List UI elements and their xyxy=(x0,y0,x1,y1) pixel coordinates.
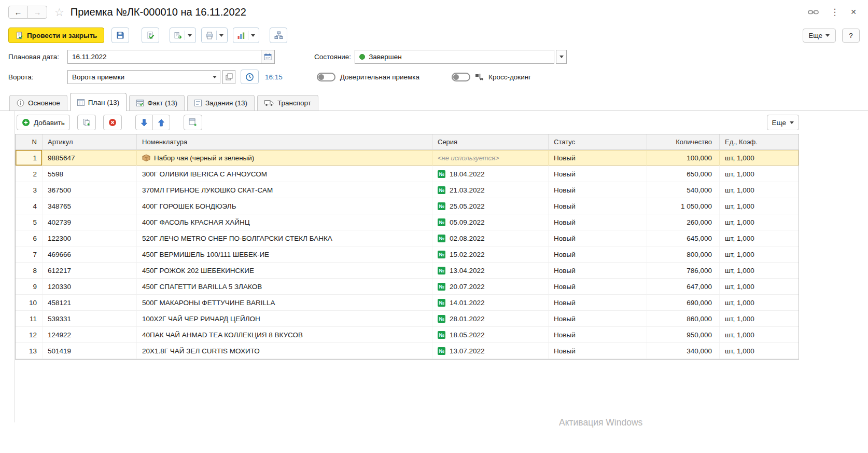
save-button[interactable] xyxy=(111,28,129,43)
column-header-series[interactable]: Серия xyxy=(432,134,549,149)
table-row[interactable]: 9 120330 450Г СПАГЕТТИ BARILLA 5 ЗЛАКОВ … xyxy=(16,279,799,295)
cell-status: Новый xyxy=(549,166,647,182)
calendar-button[interactable] xyxy=(261,50,275,64)
grid-more-button[interactable]: Еще xyxy=(767,115,799,130)
chevron-down-icon xyxy=(188,34,192,37)
time-button[interactable] xyxy=(241,70,259,84)
cell-unit: шт, 1,000 xyxy=(720,279,799,294)
state-field[interactable]: Завершен xyxy=(355,50,554,64)
column-header-article[interactable]: Артикул xyxy=(43,134,137,149)
favorite-star-icon[interactable]: ☆ xyxy=(54,7,64,18)
series-badge-icon: № xyxy=(438,251,445,258)
trusted-acceptance-toggle[interactable] xyxy=(317,73,335,81)
print-button[interactable] xyxy=(201,28,228,43)
table-row[interactable]: 13 501419 20Х1.8Г ЧАЙ ЗЕЛ CURTIS МОХИТО … xyxy=(16,343,799,359)
tab-transport[interactable]: Транспорт xyxy=(257,95,318,111)
command-toolbar: Провести и закрыть xyxy=(0,24,868,47)
cell-status: Новый xyxy=(549,343,647,359)
help-button[interactable]: ? xyxy=(842,29,860,43)
copy-icon xyxy=(82,118,91,127)
cell-quantity: 645,000 xyxy=(647,230,720,246)
table-row[interactable]: 12 124922 40ПАК ЧАЙ AHMAD TEA КОЛЛЕКЦИЯ … xyxy=(16,327,799,343)
cell-nomenclature: 300Г ОЛИВКИ IBERICA С АНЧОУСОМ xyxy=(137,166,432,182)
cell-n: 11 xyxy=(16,311,43,326)
cell-nomenclature: 400Г ФАСОЛЬ КРАСНАЯ ХАЙНЦ xyxy=(137,214,432,230)
column-header-unit[interactable]: Ед., Коэф. xyxy=(720,134,799,149)
planned-date-input[interactable] xyxy=(67,50,261,64)
cell-series: № 14.01.2022 xyxy=(432,295,549,310)
link-icon[interactable] xyxy=(808,9,819,16)
back-button[interactable]: ← xyxy=(8,6,28,19)
cross-docking-toggle[interactable] xyxy=(452,73,470,81)
plan-tab-page: Добавить xyxy=(15,111,868,422)
more-button[interactable]: Еще xyxy=(803,29,836,43)
cell-quantity: 786,000 xyxy=(647,263,720,278)
menu-dots-icon[interactable]: ⋮ xyxy=(830,7,839,18)
forward-button[interactable]: → xyxy=(27,6,47,19)
state-dropdown-button[interactable] xyxy=(556,50,567,64)
cell-status: Новый xyxy=(549,150,647,166)
cell-article: 458121 xyxy=(43,295,137,310)
table-row[interactable]: 6 122300 520Г ЛЕЧО METRO CHEF ПО-БОЛГАРС… xyxy=(16,230,799,246)
cell-status: Новый xyxy=(549,279,647,294)
column-header-status[interactable]: Статус xyxy=(549,134,647,149)
move-up-button[interactable] xyxy=(152,115,170,130)
tab-main[interactable]: Основное xyxy=(9,95,67,111)
cell-n: 7 xyxy=(16,246,43,262)
series-badge-icon: № xyxy=(438,315,445,323)
chevron-down-icon xyxy=(251,34,255,37)
gate-combo[interactable]: Ворота приемки xyxy=(67,70,220,84)
cell-status: Новый xyxy=(549,263,647,278)
cell-unit: шт, 1,000 xyxy=(720,182,799,198)
cell-status: Новый xyxy=(549,214,647,230)
cell-quantity: 950,000 xyxy=(647,327,720,342)
post-document-button[interactable] xyxy=(142,28,159,43)
reports-button[interactable] xyxy=(233,28,259,43)
cell-series: № 18.05.2022 xyxy=(432,327,549,342)
cell-quantity: 260,000 xyxy=(647,214,720,230)
nomenclature-text: Набор чая (черный и зеленый) xyxy=(154,154,254,162)
tab-fact[interactable]: Факт (13) xyxy=(129,95,185,111)
cell-quantity: 340,000 xyxy=(647,343,720,359)
create-based-on-icon xyxy=(174,32,182,39)
cell-nomenclature: Набор чая (черный и зеленый) xyxy=(137,150,432,166)
product-box-icon xyxy=(142,154,150,161)
table-row[interactable]: 1 9885647 Набор чая (черный и зеленый) <… xyxy=(16,150,799,166)
add-row-button[interactable]: Добавить xyxy=(17,115,70,130)
tab-plan[interactable]: План (13) xyxy=(70,93,127,111)
table-row[interactable]: 7 469666 450Г ВЕРМИШЕЛЬ 100/111 ШЕБЕК-ИЕ… xyxy=(16,246,799,263)
post-document-icon xyxy=(146,31,155,39)
cell-nomenclature: 500Г МАКАРОНЫ ФЕТТУЧИНЕ BARILLA xyxy=(137,295,432,310)
document-check-icon xyxy=(16,32,23,39)
column-header-n[interactable]: N xyxy=(16,134,43,149)
table-row[interactable]: 5 402739 400Г ФАСОЛЬ КРАСНАЯ ХАЙНЦ № 05.… xyxy=(16,214,799,230)
table-row[interactable]: 4 348765 400Г ГОРОШЕК БОНДЮЭЛЬ № 25.05.2… xyxy=(16,198,799,214)
cell-unit: шт, 1,000 xyxy=(720,150,799,166)
column-header-nomenclature[interactable]: Номенклатура xyxy=(137,134,432,149)
gate-value: Ворота приемки xyxy=(72,73,124,81)
series-badge-icon: № xyxy=(438,331,445,339)
table-row[interactable]: 10 458121 500Г МАКАРОНЫ ФЕТТУЧИНЕ BARILL… xyxy=(16,295,799,311)
move-down-button[interactable] xyxy=(135,115,153,130)
nomenclature-text: 400Г ФАСОЛЬ КРАСНАЯ ХАЙНЦ xyxy=(142,218,250,226)
series-text: 21.03.2022 xyxy=(450,186,485,194)
cell-quantity: 800,000 xyxy=(647,246,720,262)
table-row[interactable]: 3 367500 370МЛ ГРИБНОЕ ЛУКОШКО СКАТ-САМ … xyxy=(16,182,799,198)
titlebar: ← → ☆ Приемка №ЛК-000010 на 16.11.2022 ⋮… xyxy=(0,0,868,24)
table-row[interactable]: 2 5598 300Г ОЛИВКИ IBERICA С АНЧОУСОМ № … xyxy=(16,166,799,182)
copy-row-button[interactable] xyxy=(77,115,96,130)
delete-row-button[interactable] xyxy=(103,115,122,130)
fill-grid-button[interactable] xyxy=(184,115,202,130)
column-header-quantity[interactable]: Количество xyxy=(647,134,720,149)
close-icon[interactable]: ✕ xyxy=(850,8,857,16)
cell-unit: шт, 1,000 xyxy=(720,246,799,262)
table-row[interactable]: 11 539331 100Х2Г ЧАЙ ЧЕР РИЧАРД ЦЕЙЛОН №… xyxy=(16,311,799,327)
tab-tasks[interactable]: Задания (13) xyxy=(187,95,255,111)
planned-date-label: Плановая дата: xyxy=(8,53,67,61)
gate-open-button[interactable] xyxy=(222,70,235,84)
cell-n: 5 xyxy=(16,214,43,230)
create-based-on-button[interactable] xyxy=(170,28,196,43)
table-row[interactable]: 8 612217 450Г РОЖОК 202 ШЕБЕКИНСКИЕ № 13… xyxy=(16,263,799,279)
structure-button[interactable] xyxy=(270,28,287,43)
post-and-close-button[interactable]: Провести и закрыть xyxy=(8,28,104,43)
